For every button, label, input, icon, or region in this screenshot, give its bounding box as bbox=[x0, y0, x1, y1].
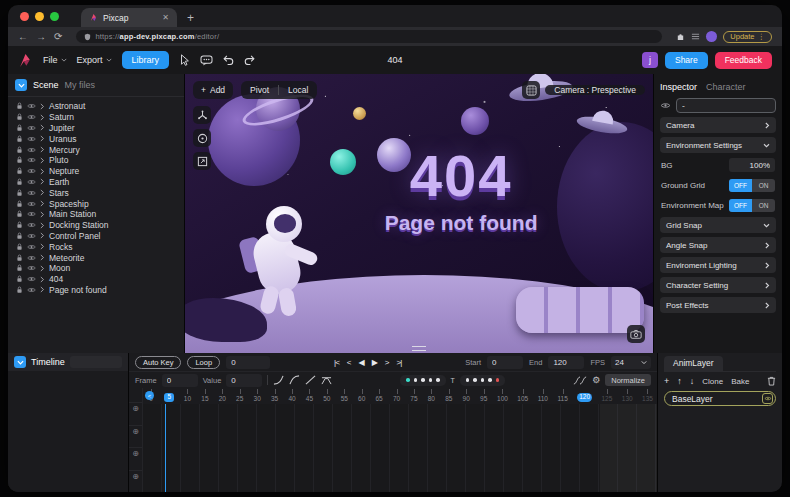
expand-chevron-icon[interactable] bbox=[40, 286, 45, 293]
scene-row[interactable]: Meteorite bbox=[8, 252, 184, 263]
lock-icon[interactable] bbox=[16, 221, 23, 229]
visibility-eye-icon[interactable] bbox=[27, 287, 36, 293]
add-keyframe-icon[interactable]: ⊕ bbox=[129, 425, 142, 447]
visibility-eye-icon[interactable] bbox=[27, 244, 36, 250]
ruler-tick[interactable]: 5 bbox=[164, 393, 174, 403]
ruler-tick[interactable]: 75 bbox=[410, 396, 418, 403]
file-menu[interactable]: File bbox=[43, 55, 67, 65]
expand-chevron-icon[interactable] bbox=[40, 189, 45, 196]
pivot-button[interactable]: Pivot bbox=[241, 81, 278, 99]
layer-visibility-icon[interactable] bbox=[762, 393, 773, 404]
visibility-eye-icon[interactable] bbox=[27, 168, 36, 174]
lock-icon[interactable] bbox=[16, 135, 23, 143]
redo-icon[interactable] bbox=[244, 55, 255, 65]
visibility-eye-icon[interactable] bbox=[27, 265, 36, 271]
visibility-eye-icon[interactable] bbox=[27, 125, 36, 131]
expand-chevron-icon[interactable] bbox=[40, 254, 45, 261]
ruler-tick[interactable]: 85 bbox=[445, 396, 453, 403]
comment-tool-icon[interactable] bbox=[200, 55, 213, 66]
visibility-eye-icon[interactable] bbox=[27, 190, 36, 196]
move-layer-up-icon[interactable]: ↑ bbox=[677, 377, 682, 386]
pixcap-logo[interactable] bbox=[18, 53, 33, 68]
normalize-button[interactable]: Normalize bbox=[605, 374, 651, 386]
expand-chevron-icon[interactable] bbox=[40, 222, 45, 229]
ruler-tick[interactable]: 25 bbox=[236, 396, 244, 403]
timeline-ruler[interactable]: 0510152025303540455055606570758085909510… bbox=[143, 388, 657, 404]
viewport-canvas[interactable]: 404 Page not found + Add Pivot Local Ca bbox=[185, 74, 653, 353]
ruler-tick[interactable]: 30 bbox=[253, 396, 261, 403]
frame-input[interactable] bbox=[162, 374, 198, 387]
scene-row[interactable]: Saturn bbox=[8, 112, 184, 123]
ruler-tick[interactable]: 125 bbox=[602, 396, 613, 403]
export-menu[interactable]: Export bbox=[77, 55, 112, 65]
section-post-effects[interactable]: Post Effects bbox=[660, 297, 776, 313]
visibility-eye-icon[interactable] bbox=[27, 211, 36, 217]
lock-icon[interactable] bbox=[16, 146, 23, 154]
ruler-tick[interactable]: 65 bbox=[375, 396, 383, 403]
expand-chevron-icon[interactable] bbox=[40, 200, 45, 207]
lock-icon[interactable] bbox=[16, 124, 23, 132]
expand-chevron-icon[interactable] bbox=[40, 124, 45, 131]
delete-layer-icon[interactable] bbox=[767, 376, 776, 386]
auto-key-button[interactable]: Auto Key bbox=[135, 356, 181, 369]
lock-icon[interactable] bbox=[16, 167, 23, 175]
tab-inspector[interactable]: Inspector bbox=[660, 82, 697, 92]
clone-layer-button[interactable]: Clone bbox=[702, 377, 723, 386]
update-button[interactable]: Update⋮ bbox=[723, 31, 772, 43]
ruler-tick[interactable]: 55 bbox=[340, 396, 348, 403]
timeline-collapse-icon[interactable] bbox=[14, 356, 26, 368]
ruler-tick[interactable]: 120 bbox=[577, 393, 592, 403]
timeline-name-input[interactable] bbox=[70, 356, 122, 368]
loop-button[interactable]: Loop bbox=[187, 356, 220, 369]
tab-close-icon[interactable]: ✕ bbox=[162, 13, 169, 22]
scene-row[interactable]: Rocks bbox=[8, 241, 184, 252]
lock-icon[interactable] bbox=[16, 178, 23, 186]
move-tool-icon[interactable] bbox=[193, 106, 211, 124]
reload-icon[interactable]: ⟳ bbox=[54, 32, 62, 42]
transport-button[interactable]: ▶ bbox=[372, 358, 377, 367]
transport-button[interactable]: > bbox=[385, 358, 389, 367]
browser-profile-avatar[interactable] bbox=[706, 31, 717, 42]
scene-row[interactable]: Nepture bbox=[8, 166, 184, 177]
move-layer-down-icon[interactable]: ↓ bbox=[690, 377, 695, 386]
curve-pair-icon[interactable] bbox=[573, 376, 587, 385]
end-frame-input[interactable] bbox=[548, 356, 584, 369]
section-enviroment-lighting[interactable]: Enviroment Lighting bbox=[660, 257, 776, 273]
user-avatar[interactable]: j bbox=[642, 52, 658, 68]
library-button[interactable]: Library bbox=[122, 51, 170, 69]
bg-opacity-input[interactable] bbox=[729, 158, 775, 172]
expand-chevron-icon[interactable] bbox=[40, 168, 45, 175]
lock-icon[interactable] bbox=[16, 264, 23, 272]
fps-select[interactable]: 24 bbox=[611, 356, 651, 369]
expand-chevron-icon[interactable] bbox=[40, 265, 45, 272]
linear-curve-icon[interactable] bbox=[305, 375, 316, 385]
lock-icon[interactable] bbox=[16, 113, 23, 121]
start-frame-input[interactable] bbox=[487, 356, 523, 369]
lock-icon[interactable] bbox=[16, 102, 23, 110]
select-tool-icon[interactable] bbox=[179, 54, 190, 66]
scene-row[interactable]: Stars bbox=[8, 187, 184, 198]
scene-row[interactable]: Uranus bbox=[8, 133, 184, 144]
ruler-tick[interactable]: 40 bbox=[288, 396, 296, 403]
lock-icon[interactable] bbox=[16, 189, 23, 197]
section-grid-snap[interactable]: Grid Snap bbox=[660, 217, 776, 233]
expand-chevron-icon[interactable] bbox=[40, 114, 45, 121]
visibility-eye-icon[interactable] bbox=[27, 114, 36, 120]
maximize-window-button[interactable] bbox=[50, 12, 59, 21]
section-angle-snap[interactable]: Angle Snap bbox=[660, 237, 776, 253]
keyframe-dots-right[interactable] bbox=[460, 375, 506, 386]
scene-row[interactable]: Moon bbox=[8, 263, 184, 274]
section-character-setting[interactable]: Character Setting bbox=[660, 277, 776, 293]
undo-icon[interactable] bbox=[223, 55, 234, 65]
url-field[interactable]: https://app-dev.pixcap.com/editor/ bbox=[76, 30, 662, 43]
lock-icon[interactable] bbox=[16, 286, 23, 294]
visibility-eye-icon[interactable] bbox=[27, 103, 36, 109]
expand-chevron-icon[interactable] bbox=[40, 232, 45, 239]
extension-icon[interactable] bbox=[676, 32, 685, 41]
transport-button[interactable]: ◀ bbox=[359, 358, 364, 367]
update-menu-icon[interactable]: ⋮ bbox=[758, 32, 766, 41]
ruler-tick[interactable]: 90 bbox=[462, 396, 470, 403]
back-icon[interactable]: ← bbox=[18, 32, 28, 42]
lock-icon[interactable] bbox=[16, 254, 23, 262]
ruler-tick[interactable]: 35 bbox=[271, 396, 279, 403]
